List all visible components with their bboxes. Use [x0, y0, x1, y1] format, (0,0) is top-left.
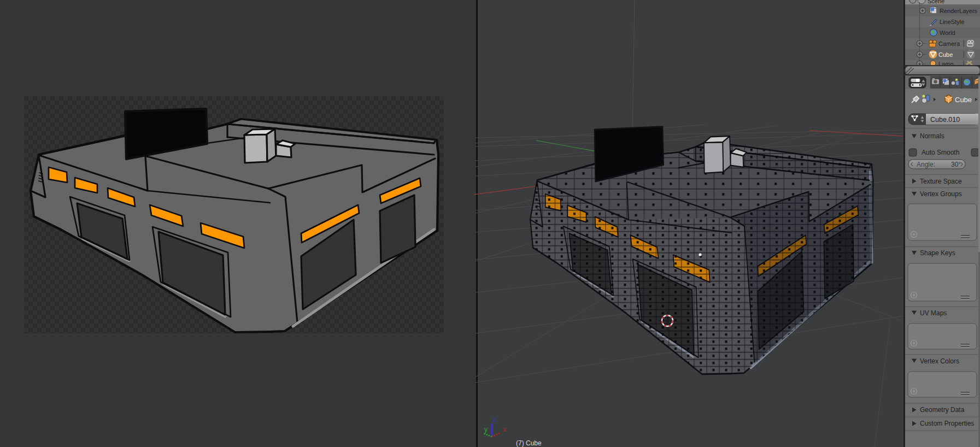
svg-text:Normals: Normals [920, 132, 944, 140]
svg-text:Auto Smooth: Auto Smooth [922, 149, 959, 156]
svg-text:RenderLayers: RenderLayers [940, 8, 978, 14]
svg-text:(7) Cube: (7) Cube [516, 439, 542, 447]
svg-text:Texture Space: Texture Space [920, 178, 962, 185]
svg-text:y: y [484, 426, 488, 433]
svg-text:Custom Properties: Custom Properties [920, 420, 974, 427]
svg-text:World: World [940, 30, 955, 36]
svg-text:Geometry Data: Geometry Data [920, 406, 965, 414]
svg-text:Vertex Groups: Vertex Groups [920, 190, 962, 198]
svg-text:Cube: Cube [955, 96, 972, 104]
svg-text:z: z [493, 416, 496, 424]
svg-text:Vertex Colors: Vertex Colors [920, 357, 959, 365]
svg-text:x: x [503, 426, 506, 433]
svg-text:Cube.010: Cube.010 [930, 116, 960, 123]
svg-text:Scene: Scene [928, 0, 944, 4]
svg-text:Shape Keys: Shape Keys [920, 249, 955, 257]
svg-text:LineStyle: LineStyle [940, 19, 964, 25]
svg-text:30°: 30° [951, 161, 961, 168]
svg-text:UV Maps: UV Maps [920, 309, 947, 317]
svg-text:Angle:: Angle: [917, 161, 935, 168]
svg-text:Cube: Cube [938, 51, 953, 58]
svg-text:Camera: Camera [938, 40, 960, 47]
